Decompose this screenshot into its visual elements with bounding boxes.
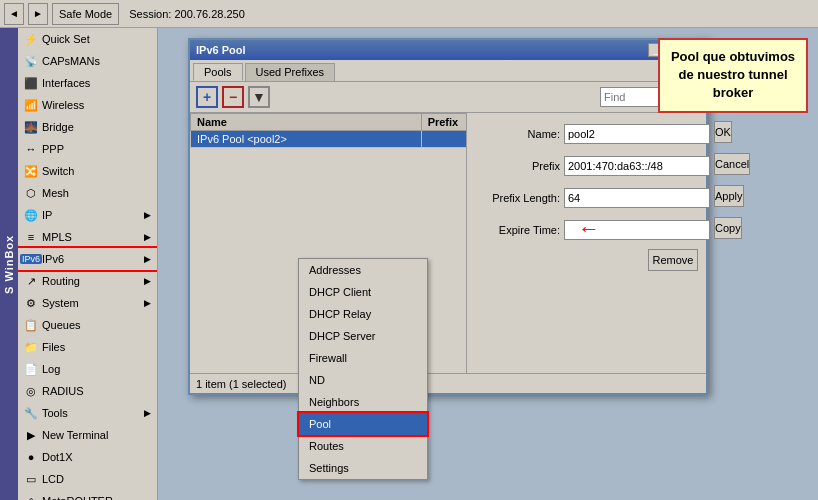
ipv6-submenu: Addresses DHCP Client DHCP Relay DHCP Se…: [298, 258, 428, 480]
sidebar-label: Wireless: [42, 99, 84, 111]
prefix-length-input[interactable]: [564, 188, 710, 208]
submenu-label: Pool: [309, 418, 331, 430]
submenu-label: DHCP Relay: [309, 308, 371, 320]
system-arrow: ▶: [144, 298, 151, 308]
system-icon: ⚙: [24, 296, 38, 310]
submenu-neighbors[interactable]: Neighbors: [299, 391, 427, 413]
files-icon: 📁: [24, 340, 38, 354]
sidebar-item-wireless[interactable]: 📶 Wireless: [18, 94, 157, 116]
top-bar: ◄ ► Safe Mode Session: 200.76.28.250: [0, 0, 818, 28]
submenu-settings[interactable]: Settings: [299, 457, 427, 479]
submenu-dhcp-client[interactable]: DHCP Client: [299, 281, 427, 303]
mpls-arrow: ▶: [144, 232, 151, 242]
sidebar-label: Bridge: [42, 121, 74, 133]
submenu-label: Routes: [309, 440, 344, 452]
wireless-icon: 📶: [24, 98, 38, 112]
remove-button[interactable]: −: [222, 86, 244, 108]
sidebar-item-log[interactable]: 📄 Log: [18, 358, 157, 380]
sidebar-label: New Terminal: [42, 429, 108, 441]
status-text: 1 item (1 selected): [196, 378, 286, 390]
submenu-dhcp-server[interactable]: DHCP Server: [299, 325, 427, 347]
form-row-prefix: Prefix Cancel: [475, 153, 698, 179]
ip-icon: 🌐: [24, 208, 38, 222]
submenu-firewall[interactable]: Firewall: [299, 347, 427, 369]
sidebar-label: System: [42, 297, 79, 309]
mpls-icon: ≡: [24, 230, 38, 244]
sidebar-item-interfaces[interactable]: ⬛ Interfaces: [18, 72, 157, 94]
sidebar-item-switch[interactable]: 🔀 Switch: [18, 160, 157, 182]
form-row-name: Name: OK: [475, 121, 698, 147]
sidebar-label: Log: [42, 363, 60, 375]
sidebar-item-ppp[interactable]: ↔ PPP: [18, 138, 157, 160]
bridge-icon: 🌉: [24, 120, 38, 134]
arrow-indicator: ←: [578, 216, 600, 242]
sidebar-item-tools[interactable]: 🔧 Tools ▶: [18, 402, 157, 424]
prefix-length-label: Prefix Length:: [475, 192, 560, 204]
copy-button[interactable]: Copy: [714, 217, 742, 239]
sidebar-label: LCD: [42, 473, 64, 485]
sidebar-item-files[interactable]: 📁 Files: [18, 336, 157, 358]
sidebar-item-queues[interactable]: 📋 Queues: [18, 314, 157, 336]
status-bar: 1 item (1 selected): [190, 373, 706, 393]
annotation-text: Pool que obtuvimos de nuestro tunnel bro…: [671, 49, 795, 100]
tabs-bar: Pools Used Prefixes: [190, 60, 706, 82]
forward-button[interactable]: ►: [28, 3, 48, 25]
sidebar-label: PPP: [42, 143, 64, 155]
routing-arrow: ▶: [144, 276, 151, 286]
ip-arrow: ▶: [144, 210, 151, 220]
name-input[interactable]: [564, 124, 710, 144]
sidebar: ⚡ Quick Set 📡 CAPsMANs ⬛ Interfaces 📶 Wi…: [18, 28, 158, 500]
add-button[interactable]: +: [196, 86, 218, 108]
ok-button[interactable]: OK: [714, 121, 732, 143]
submenu-label: DHCP Server: [309, 330, 375, 342]
tab-pools[interactable]: Pools: [193, 63, 243, 81]
sidebar-label: MPLS: [42, 231, 72, 243]
sidebar-item-ip[interactable]: 🌐 IP ▶: [18, 204, 157, 226]
submenu-addresses[interactable]: Addresses: [299, 259, 427, 281]
sidebar-item-metarouter[interactable]: ◈ MetaROUTER: [18, 490, 157, 500]
sidebar-item-ipv6[interactable]: IPv6 IPv6 ▶: [18, 248, 157, 270]
capsman-icon: 📡: [24, 54, 38, 68]
lcd-icon: ▭: [24, 472, 38, 486]
remove-form-button[interactable]: Remove: [648, 249, 698, 271]
submenu-pool[interactable]: Pool: [299, 413, 427, 435]
cancel-button[interactable]: Cancel: [714, 153, 750, 175]
pool-toolbar: + − ▼: [190, 82, 706, 113]
submenu-label: ND: [309, 374, 325, 386]
sidebar-item-routing[interactable]: ↗ Routing ▶: [18, 270, 157, 292]
submenu-label: DHCP Client: [309, 286, 371, 298]
sidebar-label: Quick Set: [42, 33, 90, 45]
sidebar-item-dot1x[interactable]: ● Dot1X: [18, 446, 157, 468]
sidebar-label: Tools: [42, 407, 68, 419]
sidebar-item-quick-set[interactable]: ⚡ Quick Set: [18, 28, 157, 50]
sidebar-label: IPv6: [42, 253, 64, 265]
winbox-label: S WinBox: [0, 28, 18, 500]
queues-icon: 📋: [24, 318, 38, 332]
apply-button[interactable]: Apply: [714, 185, 744, 207]
pool-window: IPv6 Pool _ □ ✕ Pools Used Prefixes + − …: [188, 38, 708, 395]
sidebar-item-capsman[interactable]: 📡 CAPsMANs: [18, 50, 157, 72]
filter-button[interactable]: ▼: [248, 86, 270, 108]
sidebar-item-bridge[interactable]: 🌉 Bridge: [18, 116, 157, 138]
sidebar-item-system[interactable]: ⚙ System ▶: [18, 292, 157, 314]
safe-mode-button[interactable]: Safe Mode: [52, 3, 119, 25]
tab-used-prefixes[interactable]: Used Prefixes: [245, 63, 335, 81]
content-area: Addresses DHCP Client DHCP Relay DHCP Se…: [158, 28, 818, 500]
prefix-label: Prefix: [475, 160, 560, 172]
sidebar-item-mpls[interactable]: ≡ MPLS ▶: [18, 226, 157, 248]
submenu-routes[interactable]: Routes: [299, 435, 427, 457]
back-button[interactable]: ◄: [4, 3, 24, 25]
submenu-label: Settings: [309, 462, 349, 474]
col-name[interactable]: Name: [191, 114, 422, 131]
submenu-nd[interactable]: ND: [299, 369, 427, 391]
submenu-dhcp-relay[interactable]: DHCP Relay: [299, 303, 427, 325]
sidebar-item-new-terminal[interactable]: ▶ New Terminal: [18, 424, 157, 446]
prefix-input[interactable]: [564, 156, 710, 176]
sidebar-item-mesh[interactable]: ⬡ Mesh: [18, 182, 157, 204]
sidebar-label: Interfaces: [42, 77, 90, 89]
tools-arrow: ▶: [144, 408, 151, 418]
sidebar-item-lcd[interactable]: ▭ LCD: [18, 468, 157, 490]
routing-icon: ↗: [24, 274, 38, 288]
sidebar-item-radius[interactable]: ◎ RADIUS: [18, 380, 157, 402]
sidebar-label: IP: [42, 209, 52, 221]
